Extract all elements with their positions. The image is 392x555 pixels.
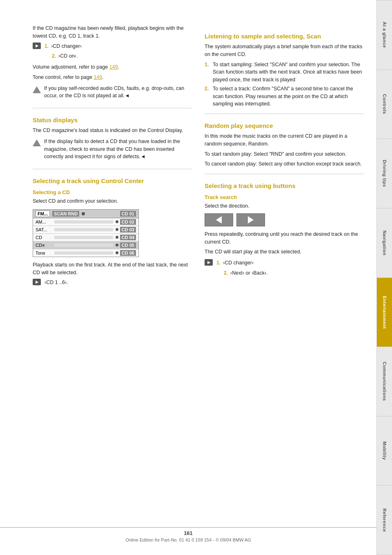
random-play-cancel: To cancel random play: Select any other … — [205, 160, 364, 168]
cd-num-am: CD 02 — [120, 219, 136, 225]
cd-changer-icon: ▶ — [33, 43, 41, 49]
selecting-cd-body: Select CD and confirm your selection. — [33, 197, 192, 205]
cd-dot-cd — [116, 236, 118, 239]
sidebar-tab-entertainment[interactable]: Entertainment — [376, 278, 392, 347]
note-self-recorded: If you play self-recorded audio CDs, fau… — [33, 85, 192, 103]
cd-label-cd: CD — [36, 235, 52, 240]
page-bar: 161 Online Edition for Part-No. 01 41 0 … — [0, 527, 376, 543]
cd-row-am: AM... CD 02 — [33, 218, 138, 226]
cd-row-tone: Tone CD 06 — [33, 249, 138, 257]
listening-step-2-num: 2. — [205, 85, 210, 108]
random-play-heading: Random play sequence — [205, 122, 364, 129]
divider-4 — [205, 174, 364, 174]
track-forward-button[interactable] — [236, 213, 265, 226]
cd-row-sat: SAT... CD 03 — [33, 226, 138, 234]
sidebar-tab-reference[interactable]: Reference — [376, 486, 392, 555]
random-play-body: In this mode the music tracks on the cur… — [205, 132, 364, 148]
sidebar-tab-at-a-glance[interactable]: At a glance — [376, 0, 392, 70]
sidebar-tab-mobility[interactable]: Mobility — [376, 416, 392, 486]
track-step1-text: ›CD changer‹ — [223, 259, 254, 267]
cd-display-cd01: CD 01 — [120, 211, 136, 217]
track-search-body: Select the direction. — [205, 202, 364, 210]
volume-ref: Volume adjustment, refer to page 149. — [33, 63, 192, 71]
cd-dot-cdeq — [116, 244, 118, 246]
cd-bar-cd — [54, 236, 113, 239]
cd-num-cdeq: CD 05 — [120, 242, 136, 248]
listening-step-1: 1. To start sampling: Select "SCAN" and … — [205, 61, 364, 84]
cd-display-fm: FM... — [36, 210, 50, 217]
cd-row-cdeq: CD≡ CD 05 — [33, 242, 138, 249]
step1-num: 1. — [45, 43, 49, 49]
left-column: If the CD magazine has been newly filled… — [33, 25, 192, 539]
cd-num-sat: CD 03 — [120, 227, 136, 233]
arrow-right-icon — [248, 216, 254, 224]
selecting-cd-subheading: Selecting a CD — [33, 189, 192, 195]
status-displays-heading: Status displays — [33, 116, 192, 123]
volume-link[interactable]: 149 — [109, 64, 118, 70]
sidebar-tab-communications[interactable]: Communications — [376, 347, 392, 416]
tone-ref: Tone control, refer to page 149. — [33, 74, 192, 81]
note-cd-detect-text: If the display fails to detect a CD that… — [44, 138, 192, 161]
cd-icon-track-step: ▶ — [205, 259, 213, 266]
cd-num-tone: CD 06 — [120, 250, 136, 256]
sidebar: At a glance Controls Driving tips Naviga… — [376, 0, 392, 555]
note-cd-detect: If the display fails to detect a CD that… — [33, 138, 192, 163]
cd-num-cd: CD 04 — [120, 235, 136, 240]
sidebar-tab-controls[interactable]: Controls — [376, 70, 392, 139]
cd-label-am: AM... — [36, 219, 52, 224]
cd-label-cdeq: CD≡ — [36, 243, 52, 248]
track-back-button[interactable] — [205, 213, 233, 226]
arrow-left-icon — [216, 216, 222, 224]
cd-display: FM... SCAN RND CD 01 AM... CD 02 SAT... — [33, 209, 139, 257]
track-search-subheading: Track search — [205, 194, 364, 200]
playback-text: Playback starts on the first track. At t… — [33, 261, 192, 277]
intro-text: If the CD magazine has been newly filled… — [33, 25, 192, 40]
listening-sample-body: The system automatically plays a brief s… — [205, 43, 364, 58]
sidebar-tab-driving-tips[interactable]: Driving tips — [376, 139, 392, 208]
cd-row-cd: CD CD 04 — [33, 234, 138, 242]
cd-code: ›CD 1 ..6‹. — [45, 279, 68, 286]
main-content: If the CD magazine has been newly filled… — [0, 0, 376, 555]
track-step1-num: 1. — [216, 260, 220, 266]
listening-step-2: 2. To select a track: Confirm "SCAN" a s… — [205, 85, 364, 108]
track-search-buttons — [205, 213, 364, 226]
status-displays-body: The CD magazine's load status is indicat… — [33, 127, 192, 134]
selecting-track-heading: Selecting a track using Control Center — [33, 177, 192, 184]
listening-steps: 1. To start sampling: Select "SCAN" and … — [205, 61, 364, 108]
tone-link[interactable]: 149 — [94, 74, 102, 80]
cd-display-header: FM... SCAN RND CD 01 — [33, 210, 138, 218]
cd-label-sat: SAT... — [36, 227, 52, 232]
divider-3 — [205, 114, 364, 114]
page-number: 161 — [0, 530, 376, 536]
cd-display-dot — [82, 212, 85, 215]
cd-dot-tone — [116, 251, 118, 254]
right-column: Listening to sample and selecting, Scan … — [205, 25, 364, 539]
track-step2-text: ›Next‹ or ›Back‹. — [230, 269, 268, 277]
cd-dot-am — [116, 220, 118, 223]
sidebar-tab-navigation[interactable]: Navigation — [376, 208, 392, 278]
cd-display-scan-rnd: SCAN RND — [52, 211, 79, 217]
listening-step-1-text: To start sampling: Select "SCAN" and con… — [213, 61, 364, 84]
note-self-recorded-text: If you play self-recorded audio CDs, fau… — [44, 85, 192, 100]
listening-sample-heading: Listening to sample and selecting, Scan — [205, 33, 364, 40]
cd-bar-tone — [54, 251, 113, 255]
step1-text: ›CD changer‹ — [51, 43, 82, 50]
cd-bar-cdeq — [54, 244, 113, 247]
cd-label-tone: Tone — [36, 251, 52, 255]
cd-bar-sat — [54, 228, 113, 231]
press-text: Press repeatedly, continuing until you r… — [205, 231, 364, 246]
divider-1 — [33, 108, 192, 108]
listening-step-1-num: 1. — [205, 61, 210, 84]
cd-dot-sat — [116, 228, 118, 231]
selecting-track-buttons-heading: Selecting a track using buttons — [205, 182, 364, 189]
step2-text: ›CD on‹. — [58, 52, 78, 60]
cd-bar-am — [54, 220, 113, 224]
step2-num: 2. — [52, 53, 56, 59]
cd-icon-step: ▶ — [33, 279, 41, 285]
will-play-text: The CD will start play at the track sele… — [205, 248, 364, 256]
listening-step-2-text: To select a track: Confirm "SCAN" a seco… — [213, 85, 364, 108]
track-step2-num: 2. — [224, 270, 228, 276]
page-edition: Online Edition for Part-No. 01 41 0 159 … — [125, 537, 251, 542]
random-play-start: To start random play: Select "RND" and c… — [205, 150, 364, 158]
divider-2 — [33, 169, 192, 169]
